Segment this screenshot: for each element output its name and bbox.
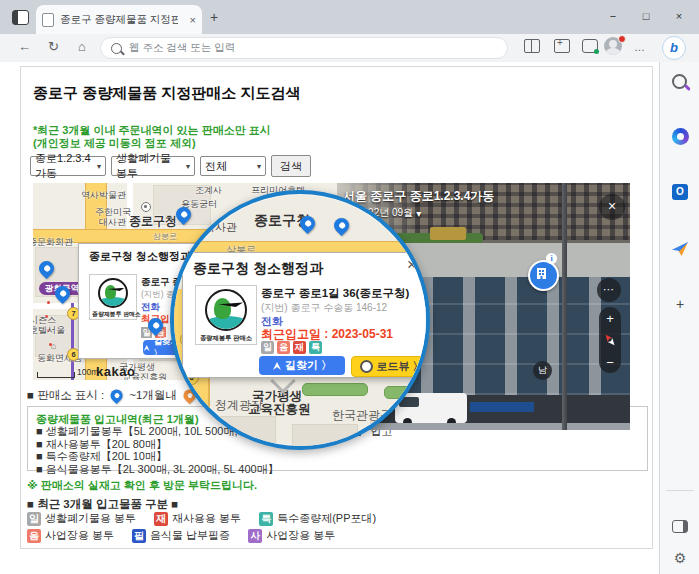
split-screen-icon[interactable] bbox=[524, 39, 540, 53]
legend-label: 재사용용 봉투 bbox=[172, 511, 241, 526]
chevron-down-icon: ▾ bbox=[181, 162, 190, 171]
south-direction-badge[interactable]: 남 bbox=[533, 361, 552, 380]
zoom-out-button[interactable]: − bbox=[599, 355, 621, 370]
legend-title: ■ 최근 3개월 입고물품 구분 ■ bbox=[27, 497, 178, 512]
seller-map-pin[interactable] bbox=[331, 215, 352, 236]
directions-label: 길찾기 〉 bbox=[285, 358, 332, 373]
address-bar[interactable]: 웹 주소 검색 또는 입력 bbox=[100, 37, 508, 59]
seller-address: 종로구 종로1길 36(종로구청) bbox=[261, 286, 409, 301]
government-office-icon bbox=[141, 202, 151, 212]
seller-logo-box: 종량제봉투 판매소 bbox=[195, 285, 257, 345]
seller-jibun: (지번) 종로구 수송동 146-12 bbox=[261, 301, 387, 315]
edge-sidebar: O + ⚙ bbox=[659, 62, 699, 574]
storefront-sign bbox=[470, 402, 534, 412]
roadview-eye-icon bbox=[360, 360, 373, 373]
browser-tab[interactable]: 종로구 종량제물품 지정판매소 지 × bbox=[36, 5, 202, 34]
sidewalk bbox=[337, 423, 630, 430]
window-close-button[interactable]: × bbox=[663, 0, 695, 32]
map-scale-bar bbox=[37, 372, 75, 378]
chevron-down-icon: ▾ bbox=[252, 162, 261, 171]
bag-type-select-value: 생활폐기물봉투 bbox=[116, 151, 181, 181]
roadview-zoom-control[interactable]: + − bbox=[599, 307, 621, 373]
seller-infowindow-zoomed[interactable]: 종로구청 청소행정과 × 종량제봉투 판매소 종로구 종로1길 36(종로구청)… bbox=[182, 252, 430, 378]
map-label: 세종문화회관 bbox=[33, 236, 73, 249]
map-label: 삼봉로 bbox=[153, 231, 177, 242]
legend-badge: 재 bbox=[154, 512, 168, 526]
park-strip bbox=[302, 383, 368, 396]
navigation-arrow-icon bbox=[143, 344, 150, 352]
legend-label: 사업장용 봉투 bbox=[45, 528, 114, 543]
legend-badge: 일 bbox=[27, 512, 41, 526]
bag-badge: 일 bbox=[261, 341, 274, 354]
window-minimize-button[interactable]: − bbox=[597, 0, 629, 32]
region-select[interactable]: 종로1.2.3.4가동 ▾ bbox=[30, 156, 106, 176]
back-icon[interactable]: ← bbox=[18, 39, 31, 54]
visit-notice: ※ 판매소의 실재고 확인 후 방문 부탁드립니다. bbox=[27, 478, 257, 493]
roadview-close-button[interactable]: × bbox=[599, 194, 625, 220]
zoom-in-button[interactable]: + bbox=[599, 311, 621, 326]
legend-label: 사업장용 봉투 bbox=[266, 528, 335, 543]
building-sign bbox=[430, 227, 466, 240]
navigation-arrow-icon bbox=[272, 361, 282, 371]
settings-gear-icon[interactable]: ⚙ bbox=[672, 550, 688, 566]
roadview-more-button[interactable]: ⋯ bbox=[597, 278, 621, 302]
bag-badge: 음 bbox=[277, 341, 290, 354]
legend-badge: 음 bbox=[27, 529, 41, 543]
building-marker[interactable] bbox=[528, 260, 559, 291]
stock-item: ■ 음식물용봉투【2L 300매, 3L 200매, 5L 400매】 bbox=[36, 463, 639, 475]
filter-bar: 종로1.2.3.4가동 ▾ 생활폐기물봉투 ▾ 전체 ▾ 검색 bbox=[30, 155, 311, 177]
tab-close-icon[interactable]: × bbox=[190, 14, 196, 26]
search-icon bbox=[111, 43, 122, 54]
bag-badge: 재 bbox=[293, 341, 306, 354]
region-select-value: 종로1.2.3.4가동 bbox=[35, 151, 92, 181]
workspaces-icon[interactable] bbox=[12, 10, 29, 25]
roadview-button[interactable]: 로드뷰 〉 bbox=[351, 356, 430, 377]
map-label: 조계사 bbox=[195, 184, 222, 197]
refresh-icon[interactable]: ↻ bbox=[48, 39, 59, 54]
browser-essentials-icon[interactable] bbox=[582, 39, 598, 53]
sidebar-add-icon[interactable]: + bbox=[672, 296, 688, 312]
directions-button[interactable]: 길찾기 〉 bbox=[259, 356, 345, 375]
sidebar-search-icon[interactable] bbox=[672, 74, 687, 89]
seller-logo bbox=[205, 289, 247, 331]
map-label: 종로구청 bbox=[129, 213, 177, 230]
new-tab-button[interactable]: + bbox=[210, 9, 218, 25]
bag-type-select[interactable]: 생활폐기물봉투 ▾ bbox=[111, 156, 195, 176]
window-maximize-button[interactable]: □ bbox=[630, 0, 662, 32]
magnifier-circle: 용동궁터 대사관 종로구청 삼봉로 7 6 청계광장 국가평생 교육진흥원 한국… bbox=[170, 190, 430, 450]
search-button[interactable]: 검색 bbox=[271, 155, 311, 177]
browser-menu-icon[interactable]: … bbox=[634, 41, 646, 53]
map-label: 호텔서울 bbox=[33, 324, 65, 337]
period-select[interactable]: 전체 ▾ bbox=[200, 156, 266, 176]
copilot-icon[interactable]: b bbox=[662, 36, 686, 60]
tab-title: 종로구 종량제물품 지정판매소 지 bbox=[60, 13, 178, 27]
home-icon[interactable]: ⌂ bbox=[78, 39, 86, 54]
roadview-label: 로드뷰 〉 bbox=[376, 359, 423, 374]
sidebar-divider bbox=[666, 490, 694, 491]
web-page: 종로구 종량제물품 지정판매소 지도검색 *최근 3개월 이내 주문내역이 있는… bbox=[0, 62, 659, 574]
stock-item: ■ 특수종량제【20L 10매】 bbox=[36, 450, 639, 462]
sidebar-m365-icon[interactable] bbox=[672, 128, 689, 145]
info-icon[interactable]: i bbox=[546, 253, 557, 264]
collections-icon[interactable] bbox=[554, 39, 570, 53]
legend-badge: 특 bbox=[259, 512, 273, 526]
roadview-location: 서울 종로구 종로1.2.3.4가동 bbox=[343, 188, 494, 205]
legend-label: 생활폐기물용 봉투 bbox=[45, 511, 136, 526]
page-favicon-icon bbox=[42, 13, 54, 27]
profile-notification-dot bbox=[618, 35, 626, 43]
seller-logo-caption: 종량제봉투 판매소 bbox=[92, 310, 133, 318]
legend-row: 일 생활폐기물용 봉투 재 재사용용 봉투 특 특수종량제(PP포대) bbox=[27, 511, 390, 526]
trail-dot bbox=[47, 301, 50, 304]
sidebar-outlook-icon[interactable]: O bbox=[672, 184, 688, 200]
seller-logo-caption: 종량제봉투 판매소 bbox=[199, 334, 253, 343]
infowindow-close-icon[interactable]: × bbox=[407, 256, 416, 274]
map-label: 역사박물관 bbox=[81, 189, 126, 202]
bag-badge: 특 bbox=[309, 341, 322, 354]
compass-icon[interactable] bbox=[603, 333, 617, 347]
sidebar-toggle-icon[interactable] bbox=[672, 520, 688, 533]
map-label: 대사관 bbox=[99, 216, 126, 229]
legend-row: 음 사업장용 봉투 필 음식물 납부필증 사 사업장용 봉투 bbox=[27, 528, 349, 543]
browser-titlebar: 종로구 종량제물품 지정판매소 지 × + − □ × bbox=[0, 0, 699, 34]
kakao-logo: kakao bbox=[96, 364, 135, 379]
sidebar-drop-icon[interactable] bbox=[672, 242, 688, 256]
